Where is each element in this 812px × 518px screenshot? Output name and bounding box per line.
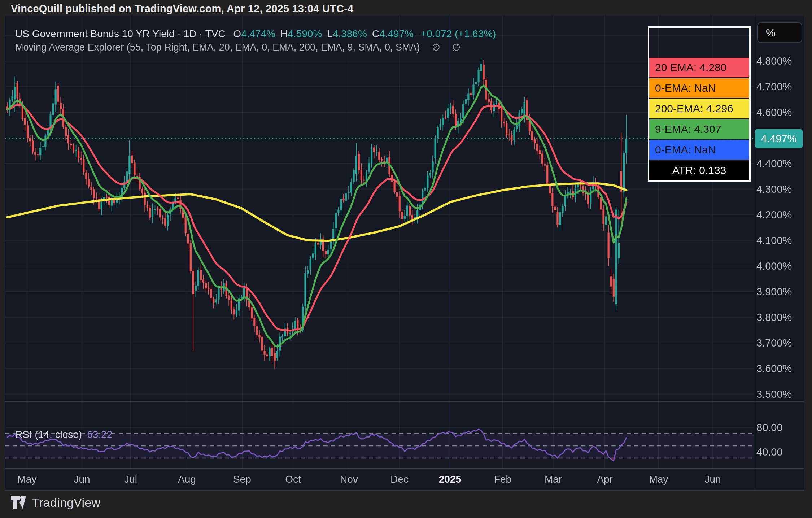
ma-legend-row: ATR: 0.133: [649, 161, 749, 180]
time-tick-label: May: [18, 474, 37, 485]
ma-legend-row: 200-EMA: 4.296: [649, 99, 749, 118]
time-axis-separator[interactable]: [5, 468, 804, 469]
symbol-title-row: US Government Bonds 10 YR Yield · 1D · T…: [15, 28, 496, 40]
percent-scale-button[interactable]: %: [757, 22, 802, 43]
last-price-label: 4.497%: [755, 129, 803, 148]
time-tick-label: Jun: [704, 474, 721, 485]
ma-legend-row: 9-EMA: 4.307: [649, 119, 749, 139]
pane-separator[interactable]: [5, 401, 804, 402]
price-tick-label: 3.500%: [756, 388, 803, 400]
price-tick-label: 4.700%: [756, 80, 803, 92]
price-tick-label: 4.000%: [756, 260, 803, 272]
indicator-title-row: Moving Average Explorer (55, Top Right, …: [15, 42, 460, 53]
time-tick-label: Jun: [74, 474, 90, 485]
ohlc-item: O4.474%: [233, 28, 275, 39]
price-tick-label: 3.900%: [756, 286, 803, 297]
time-tick-label: Dec: [390, 474, 409, 485]
price-axis-separator[interactable]: [754, 16, 754, 489]
empty-set-icon[interactable]: ∅: [432, 42, 440, 53]
time-tick-label: Jul: [124, 474, 137, 485]
time-tick-label: Aug: [178, 474, 196, 485]
price-tick-label: 3.700%: [756, 337, 803, 349]
price-tick-label: 4.600%: [756, 106, 803, 118]
ohlc-values: O4.474%H4.590%L4.386%C4.497%: [228, 28, 414, 39]
rsi-tick-label: 40.00: [756, 446, 803, 458]
symbol-title[interactable]: US Government Bonds 10 YR Yield · 1D · T…: [15, 28, 226, 39]
price-tick-label: 3.800%: [756, 311, 803, 323]
chart-bottom-border: [5, 490, 804, 491]
price-tick-label: 4.100%: [756, 234, 803, 246]
change-value: +0.072 (+1.63%): [421, 28, 496, 39]
ma-legend-box: 20 EMA: 4.2800-EMA: NaN200-EMA: 4.2969-E…: [648, 26, 751, 182]
ohlc-item: H4.590%: [280, 28, 322, 39]
ma-legend-spacer: [649, 28, 749, 57]
time-tick-label: Sep: [233, 474, 251, 485]
tradingview-logo-icon: [10, 495, 27, 510]
ma-legend-row: 0-EMA: NaN: [649, 140, 749, 160]
time-tick-label: Nov: [340, 474, 358, 485]
rsi-value: 63.22: [87, 429, 112, 440]
tradingview-logo[interactable]: TradingView: [10, 495, 100, 510]
rsi-tick-label: 80.00: [756, 422, 803, 434]
tradingview-logo-text: TradingView: [32, 496, 100, 510]
ma-legend-row: 20 EMA: 4.280: [649, 58, 749, 77]
time-tick-label: Oct: [285, 474, 301, 485]
rsi-indicator-label[interactable]: RSI (14, close)63.22: [15, 429, 112, 440]
ohlc-item: L4.386%: [327, 28, 367, 39]
tradingview-screenshot: VinceQuill published on TradingView.com,…: [0, 0, 812, 518]
price-tick-label: 4.400%: [756, 157, 803, 169]
ma-legend-row: 0-EMA: NaN: [649, 78, 749, 98]
time-tick-label: May: [649, 474, 668, 485]
price-tick-label: 4.200%: [756, 209, 803, 221]
empty-set-icon[interactable]: ∅: [452, 42, 460, 53]
price-tick-label: 3.600%: [756, 362, 803, 374]
time-tick-label: Apr: [597, 474, 613, 485]
time-tick-label: Feb: [494, 474, 511, 485]
indicator-title[interactable]: Moving Average Explorer (55, Top Right, …: [15, 42, 420, 53]
price-tick-label: 4.300%: [756, 183, 803, 195]
time-tick-label: 2025: [439, 474, 461, 485]
price-tick-label: 4.800%: [756, 55, 803, 67]
ohlc-item: C4.497%: [372, 28, 414, 39]
time-tick-label: Mar: [545, 474, 562, 485]
